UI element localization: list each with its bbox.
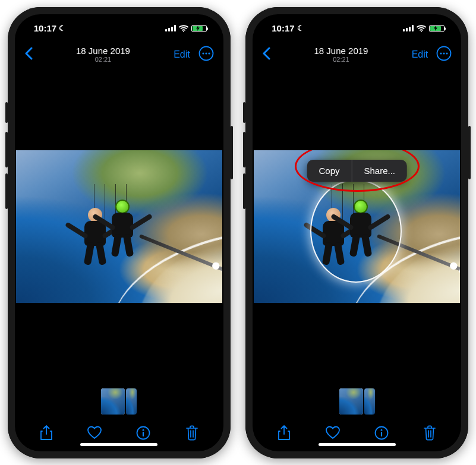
favorite-button[interactable]	[320, 426, 346, 440]
photo-date: 18 June 2019	[76, 46, 130, 56]
back-button[interactable]	[262, 47, 270, 62]
svg-point-4	[183, 30, 184, 31]
status-time: 10:17	[34, 23, 56, 33]
info-button[interactable]	[368, 426, 395, 440]
phone-mockup-right: 10:17 ☾ 18	[245, 7, 468, 458]
side-button-vol-up	[5, 132, 8, 167]
phone-mockup-left: 10:17 ☾ 18	[8, 7, 231, 458]
photo[interactable]	[16, 150, 222, 303]
photo-time: 02:21	[76, 56, 130, 64]
trash-icon	[423, 425, 436, 441]
delete-button[interactable]	[179, 425, 205, 441]
edit-button[interactable]: Edit	[412, 49, 428, 60]
chevron-left-icon	[24, 47, 33, 60]
info-icon	[136, 426, 150, 440]
side-button-vol-down	[243, 173, 245, 209]
favorite-button[interactable]	[81, 426, 108, 440]
thumbnail-next[interactable]	[364, 388, 375, 415]
thumbnail-strip[interactable]	[16, 386, 222, 418]
svg-point-16	[421, 30, 422, 31]
chevron-left-icon	[262, 47, 270, 60]
context-menu-share[interactable]: Share...	[352, 160, 408, 182]
svg-rect-0	[165, 29, 167, 31]
svg-point-6	[202, 52, 204, 54]
notch	[74, 15, 163, 33]
svg-rect-13	[406, 28, 408, 31]
cellular-icon	[403, 25, 414, 31]
cellular-icon	[165, 25, 176, 31]
svg-rect-23	[381, 432, 382, 436]
charging-bolt-icon	[433, 26, 438, 31]
svg-point-18	[440, 52, 442, 54]
svg-rect-15	[412, 25, 414, 31]
ellipsis-circle-icon	[198, 46, 214, 61]
share-icon	[278, 425, 291, 441]
moon-icon: ☾	[297, 24, 304, 33]
screen: 10:17 ☾ 18	[254, 15, 460, 450]
photo[interactable]: Copy Share...	[254, 150, 460, 303]
svg-point-10	[143, 429, 144, 431]
ellipsis-circle-icon	[436, 46, 452, 61]
photo-viewport[interactable]: Copy Share...	[254, 68, 460, 386]
screen: 10:17 ☾ 18	[16, 15, 222, 450]
share-button[interactable]	[33, 425, 59, 441]
heart-icon	[87, 426, 102, 440]
svg-rect-2	[171, 27, 173, 31]
delete-button[interactable]	[417, 425, 443, 441]
thumbnail-next[interactable]	[126, 388, 137, 415]
photo-date: 18 June 2019	[314, 46, 368, 56]
side-button-silent	[5, 102, 8, 123]
side-button-power	[468, 126, 471, 179]
battery-icon	[429, 25, 445, 32]
svg-rect-11	[143, 432, 144, 436]
thumbnail-strip[interactable]	[254, 386, 460, 418]
context-menu-copy[interactable]: Copy	[307, 160, 351, 182]
back-button[interactable]	[24, 47, 33, 62]
svg-rect-14	[409, 27, 411, 31]
context-menu: Copy Share...	[307, 160, 407, 182]
nav-bar: 18 June 2019 02:21 Edit	[16, 42, 222, 68]
wifi-icon	[417, 25, 426, 32]
home-indicator[interactable]	[319, 443, 396, 446]
more-button[interactable]	[198, 46, 214, 64]
wifi-icon	[179, 25, 188, 32]
svg-point-19	[443, 52, 445, 54]
status-time: 10:17	[272, 23, 294, 33]
info-button[interactable]	[130, 426, 156, 440]
home-indicator[interactable]	[80, 443, 157, 446]
photo-viewport[interactable]	[16, 68, 222, 386]
share-icon	[40, 425, 53, 441]
photo-time: 02:21	[314, 56, 368, 64]
svg-point-7	[205, 52, 207, 54]
svg-rect-1	[168, 28, 170, 31]
heart-icon	[325, 426, 341, 440]
info-icon	[374, 426, 389, 440]
share-button[interactable]	[271, 425, 297, 441]
svg-rect-12	[403, 29, 405, 31]
side-button-silent	[243, 102, 245, 123]
nav-bar: 18 June 2019 02:21 Edit	[254, 42, 460, 68]
photo-subjects	[313, 196, 384, 273]
edit-button[interactable]: Edit	[174, 49, 190, 60]
svg-point-22	[380, 429, 382, 431]
thumbnail-current[interactable]	[101, 388, 125, 415]
side-button-vol-down	[5, 173, 8, 209]
side-button-power	[231, 126, 233, 179]
thumbnail-current[interactable]	[339, 388, 363, 415]
notch	[313, 15, 402, 33]
svg-rect-3	[174, 25, 176, 31]
trash-icon	[185, 425, 198, 441]
moon-icon: ☾	[59, 24, 66, 33]
side-button-vol-up	[243, 132, 245, 167]
photo-subjects	[75, 196, 146, 273]
battery-icon	[191, 25, 207, 32]
svg-point-20	[446, 52, 448, 54]
more-button[interactable]	[436, 46, 452, 64]
charging-bolt-icon	[196, 26, 200, 31]
svg-point-8	[208, 52, 210, 54]
